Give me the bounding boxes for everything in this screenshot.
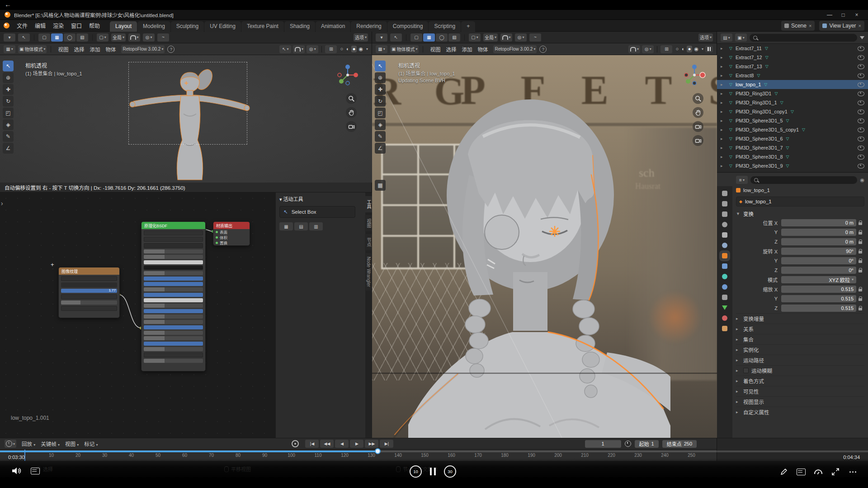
workspace-tab-Sculpting[interactable]: Sculpting bbox=[171, 21, 204, 32]
properties-tab-view-layer[interactable] bbox=[721, 221, 728, 228]
back-arrow-icon[interactable]: ← bbox=[5, 0, 11, 8]
node-socket-row[interactable] bbox=[144, 352, 203, 357]
tool-annotate[interactable]: ✎ bbox=[3, 131, 14, 142]
node-socket-row[interactable] bbox=[144, 359, 203, 363]
properties-tab-constraints[interactable] bbox=[721, 294, 728, 301]
node-socket-row[interactable] bbox=[144, 293, 203, 297]
transform-field-Z[interactable]: 0.515 bbox=[781, 305, 856, 312]
node-socket-row[interactable] bbox=[144, 282, 203, 286]
tool-cursor[interactable]: ⊕ bbox=[3, 72, 14, 83]
transform-field-缩放 X[interactable]: 0.515 bbox=[781, 286, 856, 293]
tool-option-icon[interactable]: ▥ bbox=[309, 222, 323, 230]
frame-start-field[interactable]: 起始1 bbox=[635, 440, 659, 448]
visibility-eye-icon[interactable] bbox=[858, 100, 864, 105]
visibility-eye-icon[interactable] bbox=[858, 109, 864, 114]
section-实例化[interactable]: ▸实例化 bbox=[736, 344, 864, 355]
lock-icon[interactable] bbox=[859, 260, 862, 263]
node-input-置换[interactable]: 置换 bbox=[213, 240, 250, 245]
tool-add-cube[interactable]: ▦ bbox=[375, 180, 386, 191]
outliner-item-PM3D_Sphere3D1_7[interactable]: ▸▽PM3D_Sphere3D1_7▽ bbox=[717, 143, 868, 152]
properties-tab-texture[interactable] bbox=[721, 325, 728, 332]
view-layer-selector[interactable]: View Layer × bbox=[819, 21, 864, 31]
outliner-item-PM3D_Sphere3D1_5[interactable]: ▸▽PM3D_Sphere3D1_5▽ bbox=[717, 116, 868, 125]
select-mode-tweak[interactable]: ▢ bbox=[38, 33, 50, 42]
node-socket-row[interactable]: 1.77 bbox=[61, 289, 117, 293]
snap-toggle[interactable]: ▾ bbox=[293, 45, 305, 53]
mode-dropdown[interactable]: ▣ 物体模式▾ bbox=[390, 45, 419, 53]
node-socket-row[interactable] bbox=[61, 294, 117, 299]
viewport-menu-选择[interactable]: 选择 bbox=[71, 45, 87, 53]
properties-tab-output[interactable] bbox=[721, 211, 728, 218]
node-socket-row[interactable] bbox=[144, 347, 203, 351]
node-socket-row[interactable] bbox=[61, 282, 117, 287]
node-socket-row[interactable] bbox=[144, 314, 203, 319]
node-socket-row[interactable] bbox=[144, 287, 203, 291]
select-mode-select-circle[interactable]: ◯ bbox=[436, 33, 448, 42]
tool-transform[interactable]: ◈ bbox=[3, 119, 14, 130]
lock-icon[interactable] bbox=[859, 308, 862, 310]
tool-scale[interactable]: ◰ bbox=[3, 108, 14, 118]
minimize-button[interactable]: — bbox=[823, 12, 836, 18]
menu-编辑[interactable]: 编辑 bbox=[31, 21, 49, 30]
lock-icon[interactable] bbox=[859, 232, 862, 235]
object-name-field[interactable]: ◆ low_topo_1 bbox=[736, 197, 864, 206]
outliner-item-low_topo_1[interactable]: ▸▽low_topo_1▽ bbox=[717, 80, 868, 89]
tool-move[interactable]: ✚ bbox=[375, 84, 386, 95]
visibility-eye-icon[interactable] bbox=[858, 73, 864, 78]
properties-tab-object-data[interactable] bbox=[721, 304, 728, 311]
pause-render-button[interactable] bbox=[705, 46, 713, 52]
outliner-item-Extract7_13[interactable]: ▸▽Extract7_13▽ bbox=[717, 62, 868, 71]
timeline-menu-关键帧[interactable]: 关键帧 ▾ bbox=[38, 440, 62, 448]
navigation-gizmo[interactable] bbox=[336, 63, 359, 87]
section-视图显示[interactable]: ▸视图显示 bbox=[736, 396, 864, 407]
transform-panel-header[interactable]: ▼变换 bbox=[736, 209, 864, 218]
select-mode-tweak[interactable]: ▢ bbox=[410, 33, 422, 42]
options-dropdown[interactable]: 选项▾ bbox=[354, 33, 368, 42]
timeline-menu-视图[interactable]: 视图 ▾ bbox=[62, 440, 81, 448]
shading-wireframe[interactable]: ○ bbox=[674, 46, 680, 52]
viewport-menu-视图[interactable]: 视图 bbox=[55, 45, 71, 53]
pivot-dropdown[interactable]: ▢▾ bbox=[97, 33, 108, 42]
properties-editor-icon[interactable]: ≡▾ bbox=[736, 176, 748, 184]
lock-icon[interactable] bbox=[859, 251, 862, 253]
tool-settings-editor-icon[interactable]: ▾ bbox=[4, 33, 15, 42]
outliner-item-PM3D_Sphere3D1_8[interactable]: ▸▽PM3D_Sphere3D1_8▽ bbox=[717, 152, 868, 161]
shading-rendered[interactable]: ◉ bbox=[357, 46, 364, 52]
active-tool-icon[interactable]: ↖ bbox=[390, 33, 402, 42]
visibility-eye-icon[interactable] bbox=[858, 118, 864, 123]
playback-play-reverse[interactable]: ◀ bbox=[335, 440, 349, 448]
menu-渲染[interactable]: 渲染 bbox=[49, 21, 67, 30]
node-socket-row[interactable] bbox=[144, 271, 203, 275]
rewind-10-button[interactable]: 10 bbox=[410, 465, 422, 478]
node-socket-row[interactable] bbox=[144, 320, 203, 324]
properties-tab-object[interactable] bbox=[721, 252, 728, 259]
close-button[interactable]: × bbox=[850, 12, 863, 18]
select-mode-select-circle[interactable]: ◯ bbox=[64, 33, 75, 42]
frame-end-field[interactable]: 结束点250 bbox=[662, 440, 697, 448]
breadcrumb-object-name[interactable]: low_topo_1 bbox=[743, 188, 770, 193]
shading-wireframe[interactable]: ○ bbox=[339, 46, 344, 52]
gizmo-dropdown[interactable]: ◎▾ bbox=[642, 45, 654, 53]
section-运动路径[interactable]: ▸运动路径 bbox=[736, 355, 864, 365]
sidebar-tab-视图[interactable]: 视图 bbox=[365, 215, 373, 231]
fullscreen-icon[interactable] bbox=[830, 467, 841, 476]
outliner-editor-icon[interactable]: ▤▾ bbox=[721, 33, 732, 42]
tool-measure[interactable]: ∠ bbox=[3, 143, 14, 154]
section-集合[interactable]: ▸集合 bbox=[736, 334, 864, 344]
help-icon[interactable]: ? bbox=[539, 46, 547, 53]
expand-icon[interactable]: ▸ bbox=[721, 109, 726, 114]
viewport-menu-物体[interactable]: 物体 bbox=[103, 45, 118, 53]
select-mode-select-box[interactable]: ▦ bbox=[51, 33, 63, 42]
workspace-tab-Texture Paint[interactable]: Texture Paint bbox=[241, 21, 284, 32]
node-socket-row[interactable] bbox=[144, 243, 203, 248]
node-input-表面[interactable]: 表面 bbox=[213, 229, 250, 235]
outliner-item-PM3D_Ring3D1_copy1[interactable]: ▸▽PM3D_Ring3D1_copy1▽ bbox=[717, 107, 868, 116]
menu-窗口[interactable]: 窗口 bbox=[67, 21, 85, 30]
shading-solid[interactable]: ◐ bbox=[680, 46, 686, 52]
blender-menu-icon[interactable] bbox=[4, 23, 9, 28]
retopoflow-dropdown[interactable]: RetopoFlow 3.00.2▾ bbox=[121, 45, 165, 53]
node-socket-row[interactable] bbox=[144, 260, 203, 264]
curve-falloff-icon[interactable]: ~ bbox=[157, 33, 169, 42]
speed-icon[interactable] bbox=[813, 467, 824, 476]
proportional-edit-dropdown[interactable]: ◎▾ bbox=[515, 33, 527, 42]
